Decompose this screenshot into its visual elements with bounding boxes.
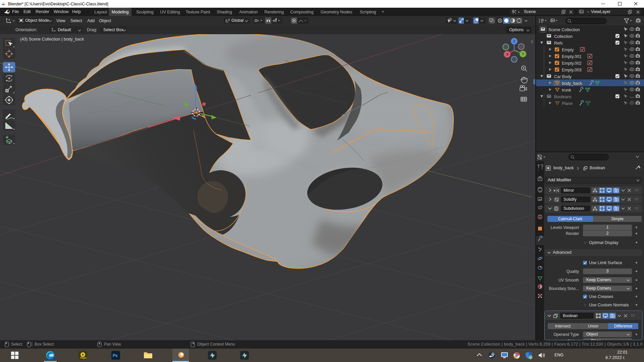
svg-text:(43) Scene Collection | body_b: (43) Scene Collection | body_back <box>20 37 84 42</box>
svg-text:Ps: Ps <box>113 353 118 358</box>
svg-text:Player: Player <box>80 357 87 359</box>
svg-text:X: X <box>506 53 508 56</box>
svg-text:Z: Z <box>513 40 515 43</box>
svg-text:Y: Y <box>522 52 524 56</box>
